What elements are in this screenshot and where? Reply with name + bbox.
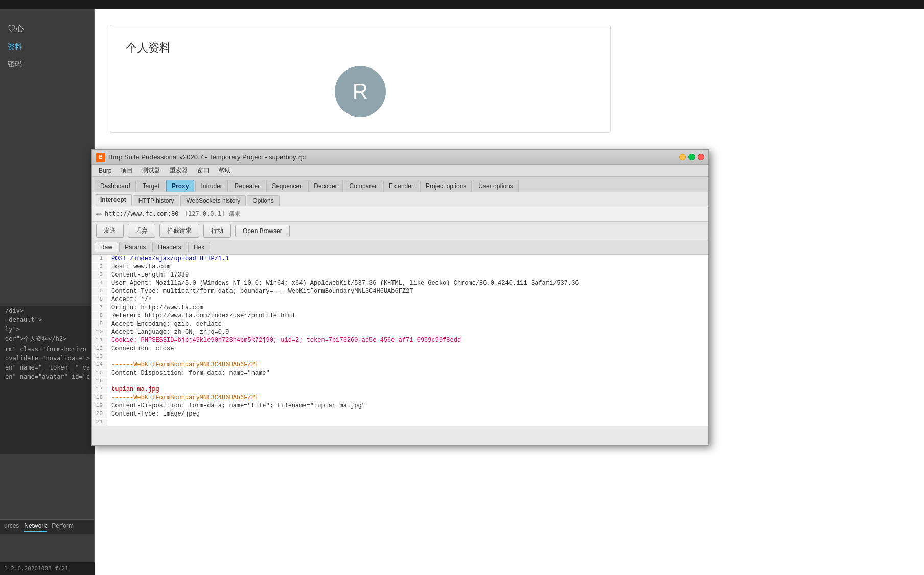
url-text: http://www.fa.com:80 [127.0.0.1] 请求 <box>105 210 241 218</box>
drop-button[interactable]: 丢弃 <box>128 224 155 238</box>
line-content: Content-Type: image/jpeg <box>107 410 200 418</box>
line-content: Content-Disposition: form-data; name="fi… <box>107 402 365 409</box>
line-number: 8 <box>92 312 107 319</box>
close-button[interactable] <box>698 154 704 160</box>
line-number: 17 <box>92 386 107 393</box>
source-line-2: -default"> <box>0 315 95 325</box>
line-number: 15 <box>92 370 107 377</box>
line-number: 14 <box>92 361 107 369</box>
line-content: ------WebKitFormBoundaryMNL3C4H6UAb6FZ2T <box>107 394 259 401</box>
devtools-tab-sources[interactable]: urces <box>4 522 19 532</box>
http-line: 8Referer: http://www.fa.com/index/user/p… <box>92 312 708 320</box>
editor-tab-headers[interactable]: Headers <box>152 242 187 252</box>
devtools-tab-perform[interactable]: Perform <box>52 522 74 532</box>
url-value: http://www.fa.com:80 <box>105 210 179 217</box>
status-text: 1.2.0.20201008 f(21 <box>4 565 68 572</box>
burp-title-bar: B Burp Suite Professional v2020.7 - Temp… <box>92 150 708 165</box>
profile-link-label: 资料 <box>8 42 22 51</box>
tab-decoder[interactable]: Decoder <box>308 180 342 192</box>
burp-actions: 发送 丢弃 拦截请求 行动 Open Browser <box>92 222 708 240</box>
subtab-http-history[interactable]: HTTP history <box>133 195 180 206</box>
editor-tab-raw[interactable]: Raw <box>95 242 118 252</box>
tab-user-options[interactable]: User options <box>473 180 518 192</box>
nav-item-password[interactable]: 密码 <box>0 56 94 73</box>
open-browser-button[interactable]: Open Browser <box>235 225 290 237</box>
source-line-1: /div> <box>0 306 95 315</box>
line-content: Cookie: PHPSESSID=bjpj49kle90n723h4pm5k7… <box>107 337 461 344</box>
source-line-6: ovalidate="novalidate"> <box>0 354 95 363</box>
burp-title-text: Burp Suite Professional v2020.7 - Tempor… <box>108 153 676 161</box>
line-number: 3 <box>92 271 107 279</box>
http-line: 21 <box>92 418 708 426</box>
editor-tabs: Raw Params Headers Hex <box>92 240 708 255</box>
tab-repeater[interactable]: Repeater <box>229 180 265 192</box>
burp-menu-bar: Burp 项目 测试器 重发器 窗口 帮助 <box>92 165 708 177</box>
burp-main-tabs: Dashboard Target Proxy Intruder Repeater… <box>92 177 708 192</box>
avatar: R <box>335 66 386 117</box>
line-number: 7 <box>92 304 107 311</box>
minimize-button[interactable] <box>679 154 686 160</box>
line-number: 11 <box>92 337 107 344</box>
tab-project-options[interactable]: Project options <box>420 180 472 192</box>
source-line-7: en" name="__token__" va <box>0 363 95 372</box>
http-line: 10Accept-Language: zh-CN, zh;q=0.9 <box>92 328 708 336</box>
burp-sub-tabs: Intercept HTTP history WebSockets histor… <box>92 192 708 206</box>
http-line: 18------WebKitFormBoundaryMNL3C4H6UAb6FZ… <box>92 394 708 402</box>
http-line: 3Content-Length: 17339 <box>92 271 708 279</box>
line-content: POST /index/ajax/upload HTTP/1.1 <box>107 255 229 262</box>
tab-target[interactable]: Target <box>137 180 165 192</box>
line-number: 5 <box>92 288 107 295</box>
subtab-intercept[interactable]: Intercept <box>95 194 132 206</box>
menu-project[interactable]: 项目 <box>117 165 137 176</box>
menu-tester[interactable]: 测试器 <box>138 165 165 176</box>
status-bar: 1.2.0.20201008 f(21 <box>0 562 95 575</box>
line-number: 10 <box>92 329 107 336</box>
burp-logo-text: B <box>99 154 102 160</box>
line-content: tupian_ma.jpg <box>107 386 159 393</box>
menu-repeater[interactable]: 重发器 <box>166 165 192 176</box>
line-number: 18 <box>92 394 107 401</box>
nav-item-profile[interactable]: 资料 <box>0 38 94 56</box>
http-content[interactable]: 1POST /index/ajax/upload HTTP/1.12Host: … <box>92 255 708 426</box>
line-number: 16 <box>92 378 107 385</box>
menu-burp[interactable]: Burp <box>95 166 115 175</box>
nav-item-heart[interactable]: ♡心 <box>0 19 94 38</box>
menu-window[interactable]: 窗口 <box>193 165 214 176</box>
source-line-3: ly"> <box>0 325 95 334</box>
subtab-options[interactable]: Options <box>247 195 279 206</box>
tab-intruder[interactable]: Intruder <box>195 180 227 192</box>
line-number: 19 <box>92 402 107 409</box>
devtools-tab-network[interactable]: Network <box>24 522 47 532</box>
tab-sequencer[interactable]: Sequencer <box>266 180 307 192</box>
line-number: 2 <box>92 263 107 270</box>
action-button[interactable]: 行动 <box>203 224 231 238</box>
line-content <box>107 419 111 426</box>
menu-help[interactable]: 帮助 <box>215 165 235 176</box>
source-panel: /div> -default"> ly"> der">个人资料</h2> rm"… <box>0 306 95 454</box>
editor-tab-hex[interactable]: Hex <box>188 242 210 252</box>
http-line: 9Accept-Encoding: gzip, deflate <box>92 320 708 328</box>
http-line: 5Content-Type: multipart/form-data; boun… <box>92 287 708 295</box>
maximize-button[interactable] <box>688 154 695 160</box>
source-line-5: rm" class="form-horizo <box>0 344 95 354</box>
line-number: 9 <box>92 320 107 328</box>
tab-proxy[interactable]: Proxy <box>166 180 194 192</box>
heart-icon: ♡心 <box>8 24 24 34</box>
http-line: 11Cookie: PHPSESSID=bjpj49kle90n723h4pm5… <box>92 336 708 344</box>
line-number: 1 <box>92 255 107 262</box>
http-line: 16 <box>92 377 708 385</box>
http-line: 2Host: www.fa.com <box>92 263 708 271</box>
http-line: 19Content-Disposition: form-data; name="… <box>92 402 708 410</box>
http-line: 14------WebKitFormBoundaryMNL3C4H6UAb6FZ… <box>92 361 708 369</box>
editor-tab-params[interactable]: Params <box>119 242 151 252</box>
burp-url-bar: ✏ http://www.fa.com:80 [127.0.0.1] 请求 <box>92 206 708 222</box>
line-number: 13 <box>92 353 107 360</box>
tab-extender[interactable]: Extender <box>383 180 419 192</box>
line-number: 21 <box>92 419 107 426</box>
http-line: 12Connection: close <box>92 344 708 353</box>
intercept-button[interactable]: 拦截请求 <box>159 224 199 238</box>
send-button[interactable]: 发送 <box>96 224 124 238</box>
tab-dashboard[interactable]: Dashboard <box>95 180 136 192</box>
subtab-websockets-history[interactable]: WebSockets history <box>180 195 246 206</box>
tab-comparer[interactable]: Comparer <box>344 180 382 192</box>
